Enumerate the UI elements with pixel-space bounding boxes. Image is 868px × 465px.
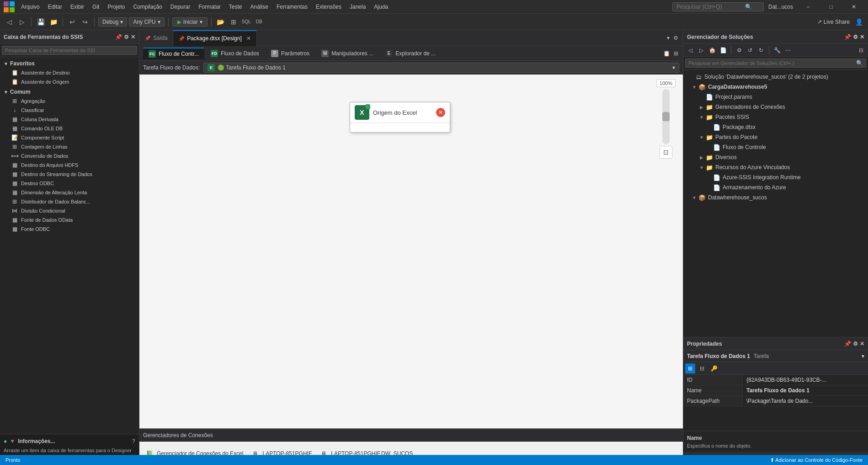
solution-search-box[interactable]: 🔍 <box>685 59 866 68</box>
designer-tab-explorador[interactable]: E Explorador de ... <box>380 48 441 59</box>
redo-button[interactable]: ↪ <box>80 16 91 27</box>
menu-formatar[interactable]: Formatar <box>195 2 224 12</box>
tab-saida[interactable]: 📌 Saída <box>139 30 173 46</box>
maximize-button[interactable]: □ <box>820 0 841 14</box>
minimize-button[interactable]: − <box>798 0 819 14</box>
sol-file-btn[interactable]: 📄 <box>718 45 728 55</box>
tree-partes[interactable]: ▼ 📁 Partes do Pacote <box>683 132 868 142</box>
toolbox-search-input[interactable] <box>2 46 137 55</box>
toolbox-item-coluna-derivada[interactable]: ▦ Coluna Derivada <box>0 115 139 124</box>
menu-search-input[interactable] <box>676 4 745 10</box>
tree-package-dtsx[interactable]: 📄 Package.dtsx <box>683 122 868 132</box>
designer-tab-manipuladores[interactable]: M Manipuladores ... <box>316 48 379 59</box>
toolbox-item-classificar[interactable]: ↓ Classificar <box>0 106 139 115</box>
forward-button[interactable]: ▷ <box>16 16 27 27</box>
ssis-excel-component[interactable]: X Origem do Excel ✕ <box>350 102 450 133</box>
toolbox-item-destino-odbc[interactable]: ▦ Destino ODBC <box>0 179 139 188</box>
designer-canvas[interactable]: X Origem do Excel ✕ 100% ⊡ <box>139 75 683 428</box>
live-share-button[interactable]: ↗ Live Share <box>817 19 850 25</box>
toolbox-close-icon[interactable]: ✕ <box>131 34 135 40</box>
prop-settings-icon[interactable]: ⚙ <box>853 341 858 347</box>
zoom-fit-button[interactable]: ⊡ <box>660 146 672 159</box>
toolbox-item-assistente-origem[interactable]: 📋 Assistente de Origem <box>0 77 139 86</box>
tab-package[interactable]: 📌 Package.dtsx [Design] ✕ <box>173 30 256 46</box>
sol-collapse-btn[interactable]: ⊟ <box>856 45 866 55</box>
tree-azure-storage[interactable]: 📄 Armazenamento do Azure <box>683 182 868 192</box>
sol-forward-btn[interactable]: ▷ <box>696 45 706 55</box>
save-all-button[interactable]: 📁 <box>48 16 59 27</box>
platform-dropdown[interactable]: Any CPU ▾ <box>129 17 164 27</box>
menu-janela[interactable]: Janela <box>346 2 369 12</box>
tree-azure-resources[interactable]: ▼ 📁 Recursos do Azure Vinculados <box>683 162 868 172</box>
toolbox-item-agregacao[interactable]: ⊞ Agregação <box>0 96 139 106</box>
zoom-slider-thumb[interactable] <box>662 112 670 121</box>
run-button[interactable]: ▶ Iniciar ▾ <box>172 17 208 27</box>
menu-exibir[interactable]: Exibir <box>67 2 88 12</box>
prop-type-dropdown[interactable]: ▾ <box>862 353 864 359</box>
toolbox-item-odata[interactable]: ▦ Fonte de Dados OData <box>0 215 139 224</box>
sol-filter-btn[interactable]: 🔧 <box>772 45 782 55</box>
toolbox-item-assistente-destino[interactable]: 📋 Assistente de Destino <box>0 68 139 77</box>
sol-refresh2-btn[interactable]: ↻ <box>756 45 766 55</box>
menu-compilacao[interactable]: Compilação <box>129 2 165 12</box>
sql-button[interactable]: SQL <box>241 16 252 27</box>
sol-back-btn[interactable]: ◁ <box>685 45 695 55</box>
tab-package-close[interactable]: ✕ <box>246 35 251 42</box>
tree-project-params[interactable]: 📄 Project.params <box>683 92 868 102</box>
prop-grid-button[interactable]: ⊞ <box>685 363 695 374</box>
tree-azure-ssis[interactable]: 📄 Azure-SSIS Integration Runtime <box>683 172 868 182</box>
menu-search-box[interactable]: 🔍 <box>672 2 764 11</box>
config-dropdown[interactable]: Debug ▾ <box>98 17 127 27</box>
zoom-slider[interactable] <box>662 89 670 144</box>
sol-home-btn[interactable]: 🏠 <box>707 45 717 55</box>
folder-button[interactable]: 📂 <box>215 16 226 27</box>
toolbox-item-conversao[interactable]: ⟺ Conversão de Dados <box>0 151 139 160</box>
excel-source-close-button[interactable]: ✕ <box>436 108 445 117</box>
sol-pin-icon[interactable]: 📌 <box>844 34 851 40</box>
save-button[interactable]: 💾 <box>35 16 46 27</box>
db-button[interactable]: DB <box>254 16 265 27</box>
toolbox-item-distribuidor[interactable]: ⊞ Distribuidor de Dados Balanc... <box>0 197 139 206</box>
prop-close-icon[interactable]: ✕ <box>860 341 864 347</box>
designer-tab-fluxo-dados[interactable]: FD Fluxo de Dados <box>205 48 265 59</box>
toolbox-item-comando-ole[interactable]: ▦ Comando OLE DB <box>0 124 139 133</box>
menu-extensoes[interactable]: Extensões <box>312 2 345 12</box>
sol-settings-btn[interactable]: ⚙ <box>734 45 744 55</box>
menu-arquivo[interactable]: Arquivo <box>17 2 43 12</box>
status-vcs-button[interactable]: ⬆ Adicionar ao Controle do Código-Fonte <box>770 457 863 463</box>
menu-depurar[interactable]: Depurar <box>167 2 194 12</box>
designer-tab-parametros[interactable]: P Parâmetros <box>266 48 315 59</box>
tree-conexoes[interactable]: ▶ 📁 Gerenciadores de Conexões <box>683 102 868 112</box>
designer-copy-icon[interactable]: 📋 <box>662 49 671 58</box>
toolbox-item-contagem[interactable]: ⊞ Contagem de Linhas <box>0 142 139 151</box>
toolbox-section-favoritos-header[interactable]: ▼ Favoritos <box>0 59 139 68</box>
tree-dw-sucos[interactable]: ▼ 📦 Datawherehouse_sucos <box>683 192 868 203</box>
tarefa-dropdown[interactable]: E 🟢 Tarefa Fluxo de Dados 1 ▾ <box>203 63 679 73</box>
toolbox-settings-icon[interactable]: ⚙ <box>124 34 129 40</box>
prop-pin-icon[interactable]: 📌 <box>844 341 851 347</box>
undo-button[interactable]: ↩ <box>67 16 78 27</box>
account-button[interactable]: 👤 <box>853 16 864 27</box>
menu-analise[interactable]: Análise <box>247 2 272 12</box>
back-button[interactable]: ◁ <box>4 16 15 27</box>
sol-close-icon[interactable]: ✕ <box>860 34 864 40</box>
tree-fluxo-controle[interactable]: 📄 Fluxo de Controle <box>683 142 868 152</box>
toolbox-item-divisao[interactable]: ⋈ Divisão Condicional <box>0 206 139 215</box>
close-button[interactable]: ✕ <box>843 0 864 14</box>
tab-settings-icon[interactable]: ⚙ <box>672 34 679 42</box>
menu-editar[interactable]: Editar <box>44 2 66 12</box>
tree-pacotes[interactable]: ▼ 📁 Pacotes SSIS <box>683 112 868 122</box>
prop-key-button[interactable]: 🔑 <box>709 363 719 374</box>
tree-carga[interactable]: ▼ 📦 CargaDatawarehouse5 <box>683 82 868 92</box>
toolbox-section-comum-header[interactable]: ▼ Comum <box>0 87 139 96</box>
designer-grid-icon[interactable]: ⊞ <box>673 49 679 58</box>
sol-more-btn[interactable]: ⋯ <box>783 45 793 55</box>
tab-dropdown-icon[interactable]: ▾ <box>666 34 671 42</box>
tree-diversos[interactable]: ▶ 📁 Diversos <box>683 152 868 162</box>
prop-alpha-button[interactable]: ⊟ <box>697 363 707 374</box>
toolbox-item-componente-script[interactable]: 📝 Componente Script <box>0 133 139 142</box>
tree-solution-root[interactable]: 🗂 Solução 'Datawherehouse_sucos' (2 de 2… <box>683 72 868 82</box>
designer-tab-fluxo-controle[interactable]: FC Fluxo de Contr... <box>143 48 204 59</box>
toolbox-item-dimensao[interactable]: ▦ Dimensão de Alteração Lenta <box>0 188 139 197</box>
solution-search-input[interactable] <box>688 60 856 66</box>
